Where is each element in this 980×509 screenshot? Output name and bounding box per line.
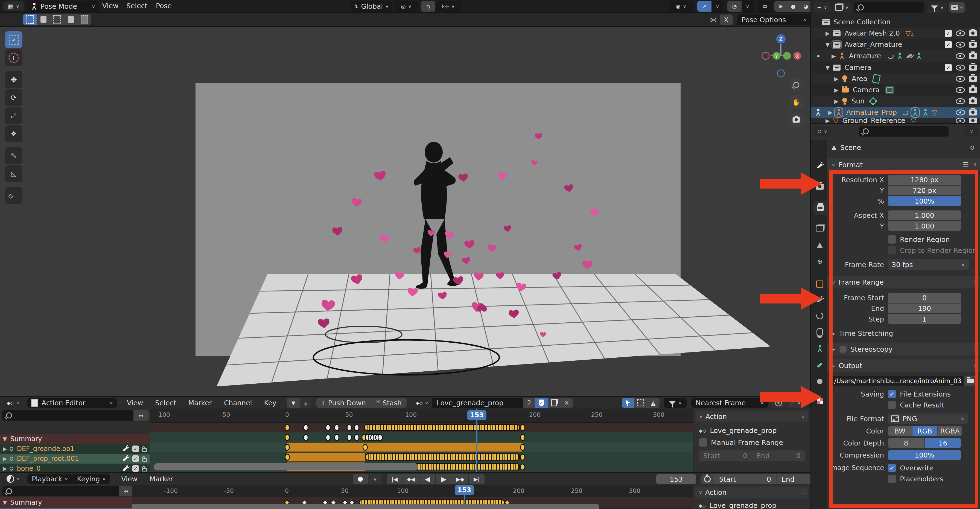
presets-icon[interactable]: ☰ (963, 161, 969, 169)
action-start-field[interactable]: Start0 (699, 450, 752, 461)
tab-scene[interactable] (813, 239, 826, 252)
outliner-row-camera-collection[interactable]: ▼ Camera ✓ (811, 62, 980, 73)
timeline-search-field[interactable] (2, 486, 119, 496)
dope-search-filter-toggle[interactable]: ↔ (134, 410, 149, 421)
render-toggle[interactable] (969, 118, 977, 123)
tab-constraints[interactable] (813, 326, 826, 338)
select-mode-invert[interactable] (64, 14, 78, 25)
jump-to-start-button[interactable]: |◀ (387, 474, 402, 484)
timeline-search-filter-toggle[interactable]: ↔ (119, 486, 134, 496)
channel-enable-checkbox[interactable]: ✓ (132, 465, 139, 472)
playback-dropdown[interactable]: Playback∨ (27, 474, 72, 484)
viewport-camera-button[interactable] (789, 112, 804, 128)
push-down-button[interactable]: ⇩Push Down (317, 398, 371, 408)
dope-key-area[interactable]: -100-50050100200250300 153 (150, 408, 693, 473)
dope-editor-type-button[interactable]: ◆◇∨ (3, 398, 24, 408)
timeline-menu-marker[interactable]: Marker (143, 475, 179, 483)
expand-icon[interactable]: ▶ (834, 87, 838, 93)
current-frame-field[interactable]: 153 (656, 474, 696, 484)
select-visibility-dropdown[interactable]: ◉∨ (668, 1, 694, 12)
hide-toggle[interactable] (956, 87, 965, 93)
render-toggle[interactable] (969, 53, 977, 59)
lock-icon[interactable] (142, 458, 147, 462)
outliner-display-mode-button[interactable]: ☰∨ (813, 2, 831, 13)
tool-scale[interactable]: ⤢ (5, 107, 22, 124)
action-end-field[interactable]: End0 (752, 450, 805, 461)
outliner-row-area[interactable]: ▶ Area (811, 73, 980, 84)
auto-keying-toggle[interactable] (353, 474, 368, 484)
tool-cursor[interactable]: + (5, 49, 22, 66)
outliner-row-armature[interactable]: ▶ Armature (811, 50, 980, 62)
tab-tool[interactable] (813, 160, 826, 172)
hide-toggle[interactable] (956, 76, 965, 82)
expand-icon[interactable]: ▶ (3, 455, 7, 462)
expand-icon[interactable]: ▶ (828, 109, 832, 116)
lock-icon[interactable] (142, 448, 147, 452)
dope-ruler[interactable]: -100-50050100200250300 (150, 408, 693, 423)
editor-type-button[interactable]: ▦∨ (3, 2, 24, 11)
expand-icon[interactable]: ▶ (3, 465, 7, 472)
outliner-filter-button[interactable]: ∨ (928, 2, 947, 13)
dope-menu-channel[interactable]: Channel (218, 399, 258, 407)
hide-toggle[interactable] (956, 98, 965, 104)
action-browse-button[interactable]: ◆◇∨ (412, 398, 432, 408)
next-keyframe-button[interactable]: ▶◆ (452, 474, 468, 484)
expand-icon[interactable]: ▶ (834, 98, 838, 105)
fake-user-button[interactable]: ✓ (535, 398, 548, 408)
overlays-dropdown[interactable]: ∨ (741, 1, 754, 12)
select-mode-new[interactable] (23, 14, 37, 25)
outliner-filter-id-button[interactable]: ∨ (833, 2, 851, 13)
nav-gizmo[interactable]: Z Y X (755, 30, 807, 79)
viewport-pan-button[interactable]: ✋ (789, 95, 804, 110)
render-toggle[interactable] (969, 76, 977, 82)
collection-checkbox[interactable]: ✓ (945, 30, 952, 37)
channel-row-def-prop-root[interactable]: ▶ DEF_prop_root.001 ✓ (0, 454, 150, 464)
collapse-icon[interactable]: ▼ (3, 499, 7, 506)
collapse-icon[interactable]: ▼ (826, 41, 830, 48)
render-toggle[interactable] (969, 87, 977, 93)
use-preview-range-toggle[interactable] (700, 474, 714, 484)
pin-icon[interactable] (9, 446, 14, 452)
hide-toggle[interactable] (956, 53, 965, 59)
tab-physics[interactable] (813, 310, 826, 322)
channel-enable-checkbox[interactable]: ✓ (132, 455, 139, 462)
snap-dropdown[interactable]: ⊦⊹∨ (436, 1, 461, 12)
mirror-x-button[interactable]: X (720, 14, 733, 25)
dope-mode-dropdown[interactable]: Action Editor ∨ (27, 398, 117, 408)
menu-pose[interactable]: Pose (150, 2, 178, 10)
render-toggle[interactable] (969, 98, 977, 104)
hide-toggle[interactable] (956, 118, 965, 123)
tab-view-layer[interactable] (813, 222, 826, 235)
transform-orientation-dropdown[interactable]: ↯ Global ∨ (351, 1, 392, 12)
viewport-3d[interactable]: ➢ + ✥ ⟳ ⤢ ❖ ✎ ◺ ◇⋯ Z Y X ✋ (0, 27, 810, 396)
hide-toggle[interactable] (956, 41, 965, 48)
filter-dropdown[interactable]: ∨ (664, 398, 687, 408)
outliner-row-scene-collection[interactable]: Scene Collection (811, 16, 980, 28)
expand-icon[interactable]: ▶ (826, 118, 830, 123)
gizmo-dropdown[interactable]: ∨ (711, 1, 724, 12)
tool-breakdowner[interactable]: ◇⋯ (5, 187, 22, 204)
render-toggle[interactable] (969, 65, 977, 70)
tool-transform[interactable]: ❖ (5, 125, 22, 142)
dope-menu-key[interactable]: Key (258, 399, 282, 407)
dope-horizontal-scrollbar[interactable] (154, 463, 418, 471)
play-button[interactable]: ▶ (435, 474, 452, 484)
outliner-row-avatar-mesh[interactable]: ▶ Avatar Mesh 2.0 ▽4 ✓ (811, 28, 980, 39)
outliner-row-avatar-armature[interactable]: ▼ Avatar_Armature ✓ (811, 39, 980, 50)
action-panel-header[interactable]: ∨Action ⠿ (695, 411, 808, 422)
tool-rotate[interactable]: ⟳ (5, 89, 22, 106)
tab-output-active[interactable] (813, 201, 827, 215)
dope-menu-view[interactable]: View (121, 399, 149, 407)
stash-button[interactable]: *Stash (371, 398, 407, 408)
overlays-toggle[interactable]: ◔ (727, 1, 741, 12)
play-reverse-button[interactable]: ◀ (419, 474, 435, 484)
tab-object-data[interactable] (813, 342, 826, 355)
format-section-header[interactable]: ∨Format ☰⠿ (827, 158, 980, 171)
dope-menu-marker[interactable]: Marker (182, 399, 218, 407)
pin-icon[interactable] (970, 145, 975, 150)
select-mode-subtract[interactable] (50, 14, 64, 25)
new-collection-button[interactable]: + (949, 2, 965, 13)
timeline-summary-row[interactable]: ▼Summary (0, 497, 132, 507)
show-errors-toggle[interactable]: ▲! (647, 398, 660, 408)
range-start-field[interactable]: Start0 (714, 474, 776, 484)
